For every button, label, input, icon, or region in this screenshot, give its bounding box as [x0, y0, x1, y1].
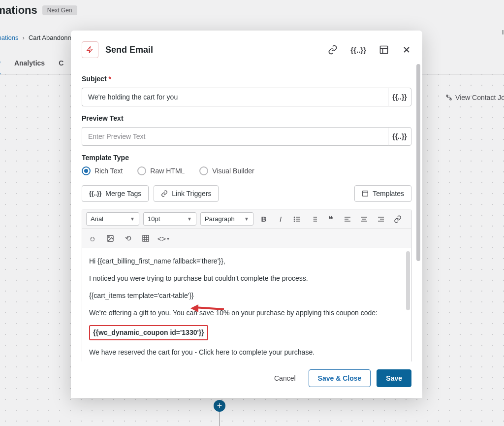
radio-rich-text[interactable]: Rich Text [82, 166, 123, 175]
table-icon[interactable] [139, 232, 152, 245]
editor-body[interactable]: Hi {{cart_billing_first_name fallback='t… [82, 248, 411, 361]
cancel-button[interactable]: Cancel [267, 369, 303, 387]
preview-merge-button[interactable]: {{..}} [388, 127, 411, 146]
merge-glyph-icon: {{..}} [89, 190, 101, 197]
image-icon[interactable] [104, 232, 117, 245]
preview-label: Preview Text [82, 114, 411, 122]
next-gen-badge: Next Gen [42, 5, 77, 15]
align-right-icon[interactable] [375, 213, 387, 226]
body-line: I noticed you were trying to purchase bu… [89, 273, 404, 284]
emoji-icon[interactable]: ☺ [86, 232, 99, 245]
page-title: omations [0, 4, 37, 17]
branch-icon [445, 94, 452, 101]
link-triggers-button[interactable]: Link Triggers [154, 185, 219, 202]
radio-visual-builder[interactable]: Visual Builder [199, 166, 254, 175]
chevron-right-icon: › [23, 34, 25, 41]
template-type-group: Rich Text Raw HTML Visual Builder [82, 166, 411, 175]
body-line: Hi {{cart_billing_first_name fallback='t… [89, 256, 404, 266]
number-list-icon[interactable] [308, 213, 320, 226]
view-contact-journey-button[interactable]: View Contact Journe [445, 94, 504, 101]
rich-text-editor: Arial▼ 10pt▼ Paragraph▼ B I ❝ ☺ [82, 209, 411, 361]
layout-icon[interactable] [379, 45, 389, 55]
svg-point-10 [294, 217, 294, 217]
svg-point-12 [294, 221, 294, 221]
templates-button[interactable]: Templates [354, 185, 411, 202]
connector-line [219, 412, 220, 426]
clear-format-icon[interactable]: ⟲ [122, 232, 134, 245]
add-step-button[interactable]: + [214, 400, 225, 412]
subject-input[interactable] [82, 88, 388, 106]
editor-scrollbar[interactable] [406, 251, 410, 310]
link-icon[interactable] [328, 45, 338, 55]
link-small-icon [161, 190, 168, 197]
modal-body: Subject* {{..}} Preview Text {{..}} Temp… [71, 67, 422, 361]
svg-rect-27 [143, 235, 149, 241]
source-code-icon[interactable]: <>▾ [157, 232, 170, 245]
editor-toolbar-row2: ☺ ⟲ <>▾ [82, 229, 411, 248]
save-close-button[interactable]: Save & Close [309, 369, 371, 387]
font-family-select[interactable]: Arial▼ [86, 212, 139, 226]
modal-header: Send Email {{..}} [71, 31, 422, 67]
bold-icon[interactable]: B [257, 213, 270, 226]
radio-raw-html[interactable]: Raw HTML [137, 166, 185, 175]
subject-merge-button[interactable]: {{..}} [388, 88, 411, 106]
lightning-icon [82, 41, 98, 58]
editor-toolbar-row1: Arial▼ 10pt▼ Paragraph▼ B I ❝ [82, 209, 411, 229]
body-line: {{cart_items template='cart-table'}} [89, 291, 404, 301]
svg-point-11 [294, 219, 294, 219]
svg-rect-5 [363, 191, 368, 197]
close-icon[interactable] [402, 45, 411, 55]
body-line: We have reserved the cart for you - Clic… [89, 347, 404, 358]
coupon-merge-tag-highlight: {{wc_dynamic_coupon id='1330'}} [89, 325, 208, 340]
merge-tags-button[interactable]: {{..}} Merge Tags [82, 185, 149, 202]
quote-icon[interactable]: ❝ [324, 213, 337, 226]
svg-point-26 [108, 236, 109, 237]
bullet-list-icon[interactable] [291, 213, 304, 226]
italic-icon[interactable]: I [274, 213, 287, 226]
modal-scrollbar[interactable] [416, 64, 420, 261]
align-center-icon[interactable] [358, 213, 371, 226]
font-size-select[interactable]: 10pt▼ [143, 212, 196, 226]
status-text: Ina [502, 29, 504, 36]
paragraph-format-select[interactable]: Paragraph▼ [200, 212, 253, 226]
insert-link-icon[interactable] [391, 213, 404, 226]
merge-tag-icon[interactable]: {{..}} [350, 46, 366, 54]
template-icon [362, 190, 369, 197]
send-email-modal: Send Email {{..}} Subject* {{..}} Previe… [71, 31, 422, 398]
preview-input[interactable] [82, 127, 388, 146]
breadcrumb-root[interactable]: mations [0, 34, 19, 41]
template-type-label: Template Type [82, 154, 411, 162]
align-left-icon[interactable] [341, 213, 354, 226]
modal-footer: Cancel Save & Close Save [71, 361, 422, 398]
subject-label: Subject* [82, 75, 411, 83]
save-button[interactable]: Save [377, 369, 411, 387]
body-line: We're offering a gift to you. You can sa… [89, 308, 404, 318]
modal-title: Send Email [105, 45, 328, 55]
svg-rect-0 [380, 46, 388, 54]
annotation-arrow [194, 307, 224, 309]
